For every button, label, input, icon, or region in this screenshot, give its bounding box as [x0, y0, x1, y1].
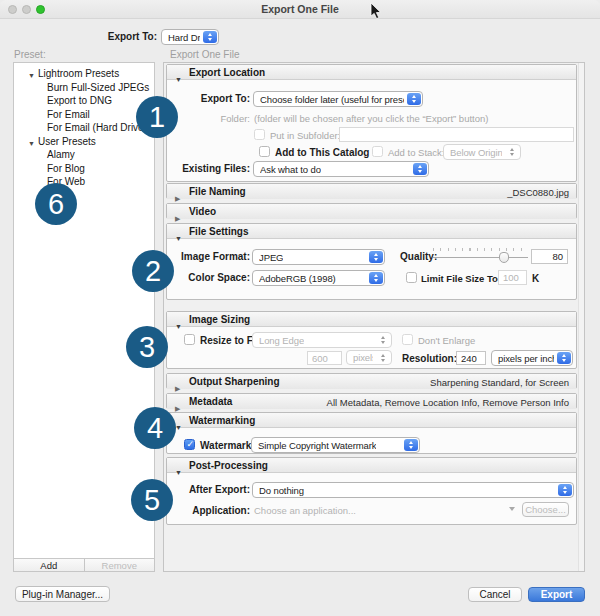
- limit-file-size-value: 100: [503, 272, 519, 283]
- size-unit-dropdown[interactable]: pixels: [346, 350, 392, 365]
- section-output-sharpening: Output Sharpening Sharpening Standard, f…: [166, 373, 577, 389]
- size-value-input[interactable]: 600: [307, 351, 342, 365]
- section-title: File Settings: [189, 226, 248, 237]
- add-preset-button[interactable]: Add: [13, 559, 85, 572]
- title-bar: Export One File: [0, 0, 600, 19]
- section-video-header[interactable]: Video: [167, 204, 576, 219]
- export-to-value: Choose folder later (useful for presets): [260, 94, 404, 105]
- section-title: Metadata: [189, 396, 232, 407]
- sidebar-item-burn-full-sized-jpegs[interactable]: Burn Full-Sized JPEGs: [14, 82, 154, 95]
- color-space-label: Color Space:: [167, 272, 250, 283]
- export-button[interactable]: Export: [528, 587, 585, 602]
- section-file-naming-header[interactable]: File Naming _DSC0880.jpg: [167, 184, 576, 199]
- section-file-settings: File Settings Image Format: JPEG Quality…: [166, 223, 577, 300]
- export-settings-panel: Export Location Export To: Choose folder…: [163, 62, 585, 572]
- add-to-stack-label: Add to Stack:: [388, 147, 445, 158]
- image-format-dropdown[interactable]: JPEG: [252, 249, 385, 265]
- resolution-input[interactable]: 240: [456, 351, 486, 365]
- folder-note: (folder will be chosen after you click t…: [254, 113, 488, 124]
- export-destination-value: Hard Drive: [168, 32, 200, 43]
- section-watermarking-header[interactable]: Watermarking: [167, 413, 576, 428]
- resize-mode-dropdown[interactable]: Long Edge: [252, 332, 392, 348]
- sidebar-item-export-to-dng[interactable]: Export to DNG: [14, 95, 154, 108]
- watermark-checkbox[interactable]: [184, 439, 195, 450]
- sidebar-item-alamy[interactable]: Alamy: [14, 149, 154, 162]
- add-to-catalog-checkbox[interactable]: [259, 146, 270, 157]
- resolution-unit-dropdown[interactable]: pixels per inch: [491, 350, 573, 366]
- export-to-label: Export To:: [167, 93, 250, 104]
- panel-title: Export One File: [170, 49, 239, 60]
- quality-slider[interactable]: [433, 248, 528, 264]
- group-label: User Presets: [38, 136, 96, 147]
- section-post-processing-header[interactable]: Post-Processing: [167, 458, 576, 473]
- section-metadata-header[interactable]: Metadata All Metadata, Remove Location I…: [167, 394, 576, 409]
- section-post-processing: Post-Processing After Export: Do nothing…: [166, 457, 577, 525]
- disclosure-triangle-icon[interactable]: [28, 137, 35, 148]
- window-title: Export One File: [0, 0, 600, 19]
- existing-files-dropdown[interactable]: Ask what to do: [253, 161, 429, 177]
- sidebar-item-for-email-hard-drive[interactable]: For Email (Hard Drive): [14, 122, 154, 135]
- slider-track: [433, 257, 528, 258]
- add-to-catalog-label: Add to This Catalog: [275, 147, 369, 158]
- sidebar-item-for-email[interactable]: For Email: [14, 109, 154, 122]
- remove-preset-button[interactable]: Remove: [85, 559, 156, 572]
- disclosure-down-icon[interactable]: [175, 416, 182, 434]
- disclosure-triangle-icon[interactable]: [28, 69, 35, 80]
- annotation-circle-1: 1: [136, 96, 178, 138]
- section-summary: All Metadata, Remove Location Info, Remo…: [327, 397, 569, 408]
- disclosure-down-icon[interactable]: [175, 461, 182, 479]
- sidebar-item-for-web[interactable]: For Web: [14, 176, 154, 189]
- cancel-button[interactable]: Cancel: [468, 587, 522, 602]
- section-export-location-header[interactable]: Export Location: [167, 65, 576, 80]
- slider-ticks: [433, 248, 528, 251]
- section-file-settings-header[interactable]: File Settings: [167, 224, 576, 239]
- put-in-subfolder-checkbox[interactable]: [254, 129, 265, 140]
- group-label: Lightroom Presets: [38, 68, 119, 79]
- section-output-sharpening-header[interactable]: Output Sharpening Sharpening Standard, f…: [167, 374, 576, 389]
- preset-label: Preset:: [14, 49, 46, 60]
- preset-item-label: Burn Full-Sized JPEGs: [47, 82, 149, 93]
- stepper-icon: [369, 272, 383, 284]
- plugin-manager-button[interactable]: Plug-in Manager...: [15, 586, 110, 602]
- image-format-value: JPEG: [259, 252, 283, 263]
- section-title: Watermarking: [189, 415, 255, 426]
- add-to-stack-checkbox[interactable]: [372, 146, 383, 157]
- quality-value-input[interactable]: 80: [531, 249, 568, 264]
- export-to-dropdown[interactable]: Choose folder later (useful for presets): [253, 91, 423, 107]
- subfolder-name-input[interactable]: [339, 127, 574, 142]
- after-export-value: Do nothing: [259, 485, 304, 496]
- disclosure-down-icon[interactable]: [175, 315, 182, 333]
- limit-file-size-label: Limit File Size To:: [421, 273, 501, 284]
- application-dropdown-arrow-icon[interactable]: [509, 507, 515, 511]
- after-export-label: After Export:: [167, 484, 250, 495]
- limit-file-size-input[interactable]: 100: [498, 270, 527, 285]
- watermark-dropdown[interactable]: Simple Copyright Watermark: [251, 437, 420, 453]
- quality-value: 80: [552, 251, 563, 262]
- stepper-icon: [558, 484, 572, 496]
- sidebar-group-lightroom-presets[interactable]: Lightroom Presets: [14, 68, 154, 81]
- annotation-circle-4: 4: [134, 407, 176, 449]
- stepper-icon: [376, 352, 390, 363]
- stepper-icon: [505, 146, 519, 158]
- sidebar-group-user-presets[interactable]: User Presets: [14, 136, 154, 149]
- watermark-label: Watermark:: [200, 440, 255, 451]
- existing-files-value: Ask what to do: [260, 164, 321, 175]
- stepper-icon: [376, 334, 390, 346]
- limit-file-size-checkbox[interactable]: [406, 272, 417, 283]
- choose-application-button[interactable]: Choose...: [522, 502, 569, 517]
- section-title: File Naming: [189, 186, 246, 197]
- section-image-sizing-header[interactable]: Image Sizing: [167, 312, 576, 327]
- resize-to-fit-checkbox[interactable]: [184, 334, 195, 345]
- mouse-cursor-icon: [370, 3, 382, 20]
- color-space-dropdown[interactable]: AdobeRGB (1998): [252, 270, 385, 286]
- export-destination-dropdown[interactable]: Hard Drive: [161, 29, 219, 45]
- after-export-dropdown[interactable]: Do nothing: [252, 482, 574, 498]
- disclosure-down-icon[interactable]: [175, 227, 182, 245]
- sidebar-item-for-blog[interactable]: For Blog: [14, 163, 154, 176]
- stack-position-dropdown[interactable]: Below Original: [443, 144, 521, 160]
- scrollbar-gutter[interactable]: [578, 63, 584, 571]
- section-summary: Sharpening Standard, for Screen: [430, 377, 569, 388]
- disclosure-down-icon[interactable]: [175, 68, 182, 86]
- slider-thumb[interactable]: [499, 252, 509, 263]
- dont-enlarge-checkbox[interactable]: [402, 334, 413, 345]
